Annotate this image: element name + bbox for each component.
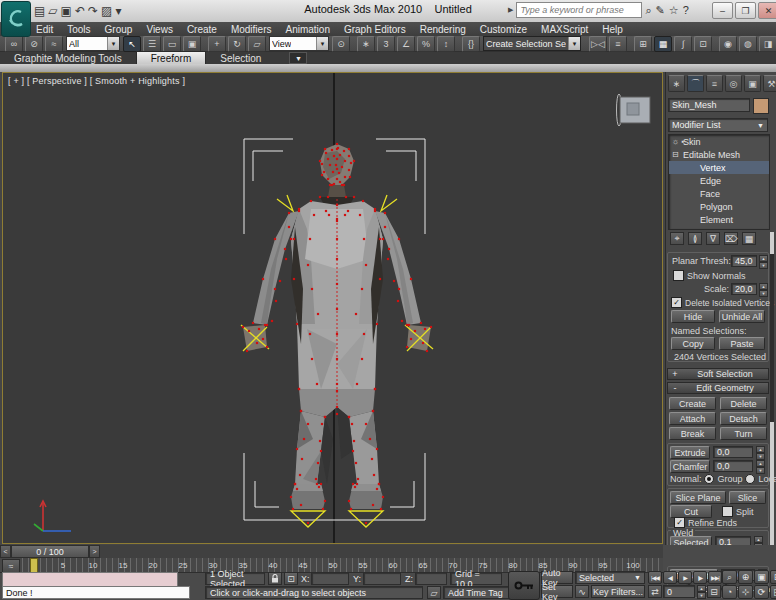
create-button[interactable]: Create — [669, 397, 716, 410]
perspective-viewport[interactable]: [ + ] [ Perspective ] [ Smooth + Highlig… — [2, 72, 663, 544]
stack-item-vertex[interactable]: Vertex — [669, 161, 769, 174]
play-button[interactable]: ▶ — [678, 571, 692, 584]
stack-item-skin[interactable]: ☼ ▪Skin — [669, 135, 769, 148]
tab-freeform[interactable]: Freeform — [136, 51, 207, 64]
graphite-ribbon-toggle-icon[interactable]: ▦ — [654, 36, 672, 52]
menu-rendering[interactable]: Rendering — [420, 24, 466, 35]
maxscript-listener-input[interactable] — [2, 572, 178, 587]
planar-thresh-spinner[interactable]: ▲▼ — [759, 255, 768, 267]
favorites-icon[interactable]: ☆ — [669, 4, 679, 17]
named-selection-set-dropdown[interactable]: Create Selection Se▾ — [483, 36, 581, 51]
chamfer-field[interactable]: 0,0 — [713, 460, 753, 472]
viewport-label[interactable]: [ + ] [ Perspective ] [ Smooth + Highlig… — [8, 76, 185, 86]
modifier-list-dropdown[interactable]: Modifier List ▼ — [668, 118, 768, 132]
render-setup-icon[interactable]: ◍ — [739, 36, 757, 52]
time-tag-icon[interactable]: ▱ — [427, 586, 441, 599]
menu-modifiers[interactable]: Modifiers — [231, 24, 272, 35]
select-and-manipulate-icon[interactable]: ∗ — [357, 36, 375, 52]
ribbon-collapse-icon[interactable]: ▼ — [289, 52, 307, 64]
current-frame-field[interactable]: 0 — [663, 585, 695, 598]
unhide-all-button[interactable]: Unhide All — [719, 310, 765, 323]
tab-motion[interactable]: ◎ — [725, 75, 742, 92]
stack-item-element[interactable]: Element — [669, 213, 769, 226]
minimize-button[interactable]: – — [712, 2, 733, 19]
edit-named-selection-sets-icon[interactable]: {} — [462, 36, 480, 52]
soft-selection-rollout[interactable]: + Soft Selection — [667, 368, 769, 380]
make-unique-icon[interactable]: ∇ — [706, 232, 720, 245]
z-field[interactable] — [415, 572, 447, 585]
attach-button[interactable]: Attach — [669, 412, 716, 425]
edit-geometry-rollout[interactable]: - Edit Geometry — [667, 382, 769, 394]
window-crossing-icon[interactable]: ▣ — [183, 36, 201, 52]
break-button[interactable]: Break — [669, 427, 716, 440]
tab-graphite-modeling-tools[interactable]: Graphite Modeling Tools — [0, 52, 136, 64]
keyboard-override-icon[interactable]: ⊟ — [707, 585, 721, 598]
tab-hierarchy[interactable]: ≡ — [706, 75, 723, 92]
set-key-button[interactable]: Set Key — [541, 585, 573, 598]
configure-modifier-sets-icon[interactable]: ▦ — [742, 232, 756, 245]
reference-coordinate-dropdown[interactable]: View▾ — [269, 36, 329, 51]
detach-button[interactable]: Detach — [720, 412, 767, 425]
arc-rotate-icon[interactable]: ⟳ — [754, 585, 769, 599]
default-tangent-icon[interactable]: ∿ — [575, 585, 589, 598]
stack-item-polygon[interactable]: Polygon — [669, 200, 769, 213]
previous-frame-button[interactable]: ◀| — [663, 571, 677, 584]
stack-item-face[interactable]: Face — [669, 187, 769, 200]
scale-spinner[interactable]: ▲▼ — [759, 283, 768, 295]
zoom-extents-all-icon[interactable]: ⊞ — [770, 570, 776, 584]
mirror-icon[interactable]: ▷◁ — [589, 36, 607, 52]
next-frame-arrow[interactable]: > — [89, 545, 100, 558]
infocenter-help-icon[interactable]: ? — [683, 4, 689, 17]
key-filters-button[interactable]: Key Filters... — [591, 585, 645, 598]
bind-to-space-warp-icon[interactable]: ≈ — [45, 36, 63, 52]
pin-stack-icon[interactable]: ⌖ — [670, 232, 684, 245]
delete-button[interactable]: Delete — [720, 397, 767, 410]
pencil-icon[interactable]: ✎ — [656, 4, 665, 17]
tab-display[interactable]: ▣ — [744, 75, 761, 92]
frame-spinner[interactable]: ▲▼ — [697, 585, 706, 598]
selection-lock-icon[interactable] — [268, 572, 282, 585]
select-object-icon[interactable]: ↖ — [123, 36, 141, 52]
slice-plane-button[interactable]: Slice Plane — [670, 491, 726, 504]
menu-customize[interactable]: Customize — [480, 24, 527, 35]
show-normals-checkbox[interactable] — [673, 270, 684, 281]
angle-snap-icon[interactable]: ∠ — [397, 36, 415, 52]
zoom-icon[interactable]: ⌕ — [722, 570, 737, 584]
tab-create[interactable]: ∗ — [668, 75, 685, 92]
layer-manager-icon[interactable]: ⊞ — [634, 36, 652, 52]
tab-utilities[interactable]: ⚒ — [763, 75, 776, 92]
rectangular-selection-icon[interactable]: ▭ — [163, 36, 181, 52]
snaps-toggle-icon[interactable]: 3 — [377, 36, 395, 52]
normal-local-radio[interactable] — [745, 474, 755, 484]
chamfer-spinner[interactable]: ▲▼ — [756, 460, 765, 472]
delete-isolated-checkbox[interactable]: ✓ — [671, 297, 682, 308]
restore-button[interactable]: ❐ — [735, 2, 756, 19]
time-slider[interactable]: < 0 / 100 > — [0, 545, 663, 559]
menu-help[interactable]: Help — [602, 24, 623, 35]
key-mode-dropdown[interactable]: Selected ▼ — [575, 571, 645, 584]
select-and-move-icon[interactable]: + — [208, 36, 226, 52]
extrude-spinner[interactable]: ▲▼ — [756, 446, 765, 458]
go-to-end-button[interactable]: ▶▶| — [708, 571, 722, 584]
menu-maxscript[interactable]: MAXScript — [541, 24, 588, 35]
schematic-view-icon[interactable]: ⊡ — [694, 36, 712, 52]
key-mode-toggle-icon[interactable]: ⇄ — [648, 585, 662, 598]
turn-button[interactable]: Turn — [720, 427, 767, 440]
close-button[interactable]: ✕ — [758, 2, 776, 19]
viewcube[interactable] — [617, 94, 651, 126]
selection-filter-dropdown[interactable]: All▾ — [66, 36, 120, 51]
material-editor-icon[interactable]: ◉ — [719, 36, 737, 52]
object-name-field[interactable]: Skin_Mesh — [668, 98, 750, 112]
communication-center-icon[interactable]: ⌕ — [645, 4, 651, 17]
toggle-key-mode-button[interactable] — [508, 571, 540, 600]
show-end-result-icon[interactable]: ≬ — [688, 232, 702, 245]
extrude-button[interactable]: Extrude — [670, 446, 710, 459]
menu-tools[interactable]: Tools — [67, 24, 90, 35]
previous-frame-arrow[interactable]: < — [0, 545, 11, 558]
next-frame-button[interactable]: |▶ — [693, 571, 707, 584]
object-color-swatch[interactable] — [753, 98, 769, 114]
character-model[interactable] — [237, 139, 437, 529]
menu-views[interactable]: Views — [146, 24, 173, 35]
extrude-field[interactable]: 0,0 — [713, 446, 753, 458]
go-to-start-button[interactable]: |◀◀ — [648, 571, 662, 584]
